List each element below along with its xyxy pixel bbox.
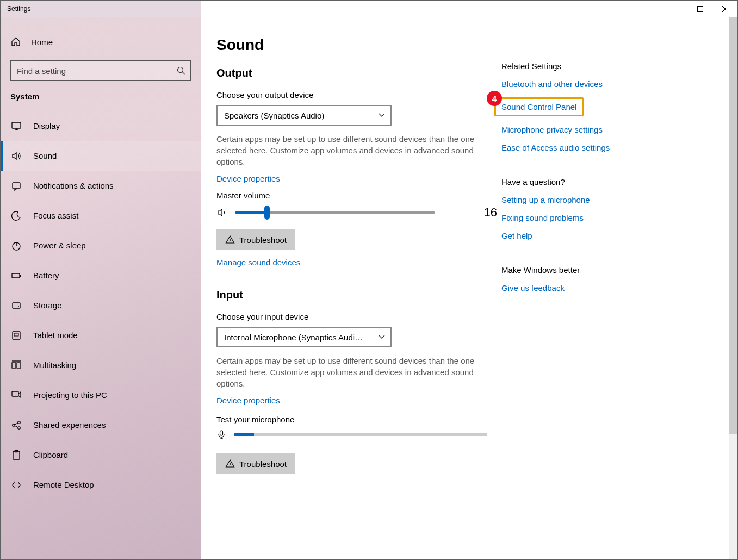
sidebar-item-notifications-actions[interactable]: Notifications & actions <box>1 171 201 201</box>
sidebar-item-projecting-to-this-pc[interactable]: Projecting to this PC <box>1 380 201 410</box>
input-device-value: Internal Microphone (Synaptics Audi… <box>224 333 363 342</box>
output-device-select[interactable]: Speakers (Synaptics Audio) <box>216 105 392 126</box>
chevron-down-icon <box>379 113 385 117</box>
svg-rect-9 <box>13 332 20 339</box>
input-device-properties-link[interactable]: Device properties <box>216 396 280 405</box>
aside: Related Settings Bluetooth and other dev… <box>501 17 737 559</box>
battery-icon <box>10 270 22 282</box>
sidebar-item-label: Power & sleep <box>33 241 86 250</box>
svg-rect-2 <box>12 122 21 128</box>
get-help-link[interactable]: Get help <box>501 231 737 240</box>
speaker-icon[interactable] <box>216 208 227 217</box>
svg-rect-19 <box>220 431 223 435</box>
home-icon <box>10 36 21 47</box>
sound-icon <box>10 150 22 162</box>
scrollbar[interactable] <box>729 17 737 559</box>
sidebar-item-display[interactable]: Display <box>1 111 201 141</box>
svg-rect-6 <box>20 275 21 277</box>
minimize-button[interactable] <box>662 1 687 17</box>
svg-rect-13 <box>12 391 18 396</box>
close-button[interactable] <box>712 1 737 17</box>
master-volume-label: Master volume <box>216 191 501 200</box>
sidebar-item-label: Display <box>33 121 60 130</box>
output-choose-label: Choose your output device <box>216 90 501 99</box>
sidebar-item-tablet-mode[interactable]: Tablet mode <box>1 320 201 350</box>
svg-rect-7 <box>13 303 20 308</box>
sidebar-item-label: Focus assist <box>33 211 78 220</box>
output-device-properties-link[interactable]: Device properties <box>216 174 280 183</box>
related-settings-heading: Related Settings <box>501 61 737 71</box>
output-help-text: Certain apps may be set up to use differ… <box>216 133 491 167</box>
sidebar-category: System <box>1 81 201 103</box>
page-title: Sound <box>216 36 501 54</box>
svg-point-15 <box>18 421 20 423</box>
remote-icon <box>10 479 22 491</box>
display-icon <box>10 120 22 132</box>
sidebar-item-home[interactable]: Home <box>1 27 201 57</box>
fix-sound-link[interactable]: Fixing sound problems <box>501 213 737 222</box>
multitasking-icon <box>10 359 22 371</box>
microphone-icon <box>216 430 226 439</box>
sidebar: Home System DisplaySoundNotifications & … <box>1 17 201 559</box>
have-a-question-heading: Have a question? <box>501 177 737 186</box>
volume-slider[interactable] <box>235 211 435 214</box>
sidebar-item-storage[interactable]: Storage <box>1 290 201 320</box>
input-choose-label: Choose your input device <box>216 312 501 321</box>
sidebar-item-power-sleep[interactable]: Power & sleep <box>1 231 201 260</box>
sidebar-item-label: Remote Desktop <box>33 480 94 489</box>
svg-point-8 <box>18 306 19 307</box>
sidebar-item-shared-experiences[interactable]: Shared experiences <box>1 410 201 440</box>
projecting-icon <box>10 389 22 401</box>
power-icon <box>10 240 22 252</box>
storage-icon <box>10 300 22 312</box>
titlebar[interactable]: Settings <box>1 1 737 17</box>
test-mic-label: Test your microphone <box>216 415 501 424</box>
search-input[interactable] <box>17 66 176 76</box>
input-troubleshoot-label: Troubleshoot <box>239 459 287 469</box>
svg-rect-5 <box>12 273 20 278</box>
sidebar-item-focus-assist[interactable]: Focus assist <box>1 201 201 231</box>
volume-value: 16 <box>484 206 497 220</box>
sidebar-item-label: Multitasking <box>33 360 76 370</box>
scrollbar-thumb[interactable] <box>729 17 737 434</box>
chevron-down-icon <box>379 335 385 339</box>
svg-rect-17 <box>13 451 20 459</box>
sound-control-panel-link[interactable]: Sound Control Panel <box>501 102 576 111</box>
setup-mic-link[interactable]: Setting up a microphone <box>501 195 737 204</box>
input-device-select[interactable]: Internal Microphone (Synaptics Audi… <box>216 327 392 347</box>
sound-control-panel-highlight: 4 Sound Control Panel <box>494 97 584 116</box>
bluetooth-link[interactable]: Bluetooth and other devices <box>501 79 737 89</box>
mic-level-meter <box>234 433 487 436</box>
input-help-text: Certain apps may be set up to use differ… <box>216 355 491 389</box>
ease-of-access-audio-link[interactable]: Ease of Access audio settings <box>501 143 737 152</box>
sidebar-item-label: Projecting to this PC <box>33 390 107 400</box>
sidebar-item-sound[interactable]: Sound <box>1 141 201 171</box>
sidebar-item-clipboard[interactable]: Clipboard <box>1 440 201 470</box>
sidebar-item-label: Tablet mode <box>33 331 78 340</box>
sidebar-item-battery[interactable]: Battery <box>1 260 201 290</box>
mic-privacy-link[interactable]: Microphone privacy settings <box>501 125 737 134</box>
svg-rect-3 <box>13 183 20 189</box>
sidebar-item-label: Notifications & actions <box>33 181 114 190</box>
output-troubleshoot-label: Troubleshoot <box>239 235 287 245</box>
output-troubleshoot-button[interactable]: Troubleshoot <box>216 229 295 250</box>
make-windows-better-heading: Make Windows better <box>501 265 737 275</box>
sidebar-item-multitasking[interactable]: Multitasking <box>1 350 201 380</box>
maximize-button[interactable] <box>687 1 712 17</box>
clipboard-icon <box>10 449 22 461</box>
annotation-badge: 4 <box>487 91 502 106</box>
search-input-container[interactable] <box>10 60 191 81</box>
svg-point-16 <box>18 426 20 428</box>
sidebar-item-label: Sound <box>33 151 57 160</box>
output-device-value: Speakers (Synaptics Audio) <box>224 111 324 120</box>
give-feedback-link[interactable]: Give us feedback <box>501 283 737 293</box>
main-content: Sound Output Choose your output device S… <box>201 17 501 559</box>
input-troubleshoot-button[interactable]: Troubleshoot <box>216 453 295 474</box>
manage-sound-devices-link[interactable]: Manage sound devices <box>216 258 300 267</box>
tablet-icon <box>10 329 22 341</box>
sidebar-item-label: Battery <box>33 271 59 280</box>
warning-icon <box>225 459 235 469</box>
sidebar-item-remote-desktop[interactable]: Remote Desktop <box>1 470 201 500</box>
svg-rect-12 <box>17 363 21 368</box>
input-heading: Input <box>216 289 501 301</box>
